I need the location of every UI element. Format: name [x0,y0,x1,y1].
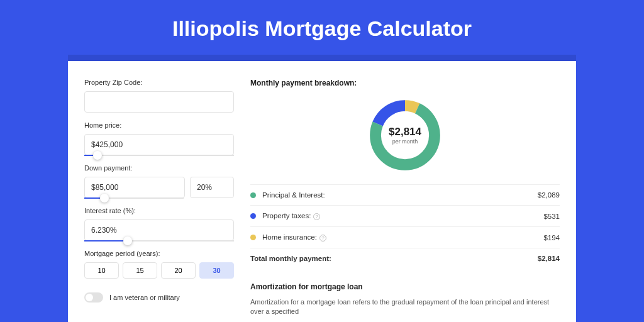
calculator-panel: Property Zip Code: Home price: Down paym… [68,61,576,322]
amortization-title: Amortization for mortgage loan [250,282,560,291]
donut-amount: $2,814 [389,126,421,138]
legend-dot-icon [250,213,256,219]
info-icon[interactable]: ? [313,213,320,220]
legend-value: $194 [543,234,560,242]
down-payment-pct-input[interactable] [190,177,234,198]
zip-label: Property Zip Code: [84,79,234,86]
period-option-20[interactable]: 20 [161,262,196,279]
home-price-slider[interactable] [84,155,234,155]
period-options: 10152030 [84,262,234,279]
down-payment-input[interactable] [84,177,185,198]
legend-dot-icon [250,192,256,198]
rate-slider[interactable] [84,240,234,241]
legend: Principal & Interest:$2,089Property taxe… [250,184,560,248]
period-label: Mortgage period (years): [84,250,234,257]
slider-thumb[interactable] [123,236,132,245]
donut-chart-wrap: $2,814 per month [250,96,560,174]
legend-label: Home insurance:? [262,233,543,242]
breakdown-column: Monthly payment breakdown: $2,814 per mo… [250,79,560,322]
donut-chart: $2,814 per month [366,96,444,174]
slider-track [84,155,234,156]
toggle-knob [86,294,93,301]
info-icon[interactable]: ? [319,235,326,242]
page-title: Illiopolis Mortgage Calculator [0,0,644,55]
veteran-toggle[interactable] [84,292,103,303]
legend-value: $2,089 [538,191,560,199]
rate-input[interactable] [84,219,234,241]
total-label: Total monthly payment: [250,255,538,262]
slider-fill [84,240,128,242]
period-option-30[interactable]: 30 [199,262,234,279]
slider-thumb[interactable] [93,151,102,160]
legend-row-1: Property taxes:?$531 [250,205,560,226]
period-option-15[interactable]: 15 [123,262,157,279]
amortization-text: Amortization for a mortgage loan refers … [250,297,560,317]
breakdown-title: Monthly payment breakdown: [250,79,560,87]
total-value: $2,814 [538,255,560,262]
donut-sublabel: per month [392,138,418,145]
legend-value: $531 [543,213,560,220]
period-option-10[interactable]: 10 [84,262,119,279]
inputs-column: Property Zip Code: Home price: Down paym… [84,79,234,322]
home-price-label: Home price: [84,121,234,129]
legend-row-0: Principal & Interest:$2,089 [250,184,560,205]
legend-dot-icon [250,235,256,240]
legend-label: Property taxes:? [262,212,543,220]
slider-thumb[interactable] [100,194,109,203]
home-price-input[interactable] [84,134,234,155]
down-payment-label: Down payment: [84,164,234,172]
legend-label: Principal & Interest: [262,191,538,199]
zip-input[interactable] [84,91,234,113]
veteran-label: I am veteran or military [109,294,180,301]
rate-label: Interest rate (%): [84,207,234,214]
legend-row-2: Home insurance:?$194 [250,226,560,248]
legend-total-row: Total monthly payment: $2,814 [250,248,560,269]
down-payment-slider[interactable] [84,197,184,198]
